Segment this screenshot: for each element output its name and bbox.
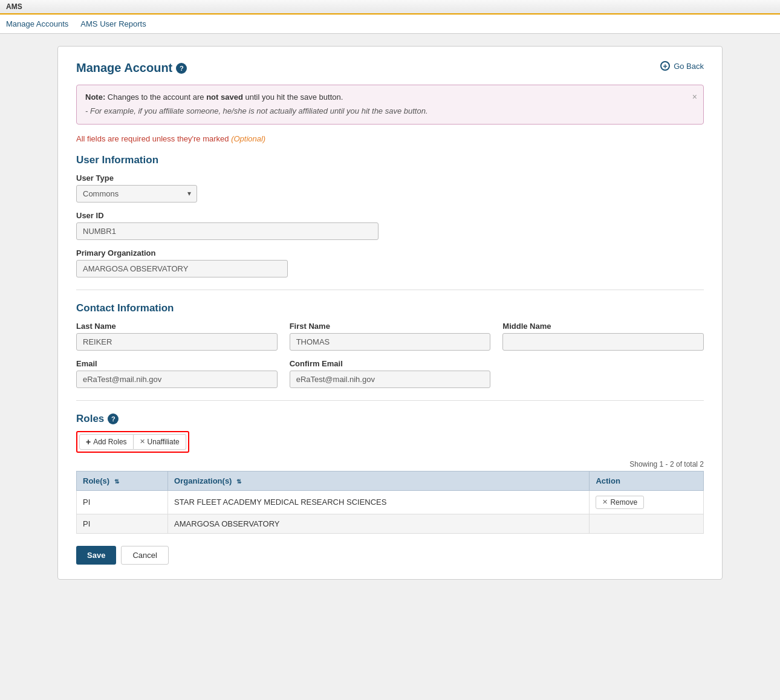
email-input[interactable] (76, 371, 278, 388)
divider-1 (76, 290, 704, 290)
last-name-input[interactable] (76, 333, 278, 351)
primary-org-input[interactable] (76, 260, 288, 277)
col-action: Action (590, 471, 704, 490)
org-sort-icon[interactable]: ⇅ (236, 478, 241, 485)
first-name-label: First Name (290, 322, 491, 331)
middle-name-input[interactable] (502, 333, 704, 351)
user-type-select[interactable]: Commons Agency (76, 185, 197, 203)
go-back-link[interactable]: + Go Back (660, 61, 704, 71)
roles-table-body: PI STAR FLEET ACADEMY MEDICAL RESEARCH S… (77, 490, 704, 533)
page-title: Manage Account ? (76, 61, 187, 75)
org-cell-1: STAR FLEET ACADEMY MEDICAL RESEARCH SCIE… (168, 490, 590, 514)
main-content: Manage Account ? + Go Back × Note: Chang… (0, 34, 780, 592)
email-col: Email (76, 359, 278, 388)
plus-icon: + (86, 437, 91, 447)
last-name-label: Last Name (76, 322, 278, 331)
confirm-email-col: Confirm Email (290, 359, 491, 388)
user-type-group: User Type Commons Agency (76, 173, 704, 203)
col-roles: Role(s) ⇅ (77, 471, 168, 490)
action-buttons: Save Cancel (76, 546, 704, 565)
contact-information-title: Contact Information (76, 302, 704, 314)
email-label: Email (76, 359, 278, 368)
primary-org-label: Primary Organization (76, 248, 704, 258)
confirm-email-input[interactable] (290, 371, 491, 388)
first-name-input[interactable] (290, 333, 491, 351)
last-name-col: Last Name (76, 322, 278, 351)
roles-sort-icon[interactable]: ⇅ (114, 478, 119, 485)
roles-table: Role(s) ⇅ Organization(s) ⇅ Action PI ST… (76, 471, 704, 534)
user-type-select-wrapper[interactable]: Commons Agency (76, 185, 197, 203)
first-name-col: First Name (290, 322, 491, 351)
remove-button-1[interactable]: ✕ Remove (596, 496, 644, 509)
card: Manage Account ? + Go Back × Note: Chang… (57, 46, 723, 580)
alert-line2: - For example, if you affiliate someone,… (85, 105, 685, 118)
remove-x-icon: ✕ (602, 498, 608, 506)
roles-button-group: + Add Roles ✕ Unaffiliate (76, 431, 189, 453)
save-button[interactable]: Save (76, 546, 116, 565)
col-organizations: Organization(s) ⇅ (168, 471, 590, 490)
roles-header: Roles ? (76, 413, 704, 425)
user-type-label: User Type (76, 173, 704, 183)
unaffiliate-button[interactable]: ✕ Unaffiliate (134, 434, 186, 450)
roles-table-head: Role(s) ⇅ Organization(s) ⇅ Action (77, 471, 704, 490)
nav-ams-user-reports[interactable]: AMS User Reports (80, 19, 146, 28)
email-row: Email Confirm Email (76, 359, 704, 388)
org-cell-2: AMARGOSA OBSERVATORY (168, 514, 590, 533)
top-bar: AMS (0, 0, 780, 15)
card-header: Manage Account ? + Go Back (76, 61, 704, 75)
middle-name-label: Middle Name (502, 322, 704, 331)
role-cell-1: PI (77, 490, 168, 514)
user-information-title: User Information (76, 154, 704, 166)
circle-plus-icon: + (660, 61, 670, 71)
table-row: PI AMARGOSA OBSERVATORY (77, 514, 704, 533)
app-name: AMS (6, 2, 22, 11)
action-cell-1: ✕ Remove (590, 490, 704, 514)
help-icon[interactable]: ? (176, 63, 187, 74)
middle-name-col: Middle Name (502, 322, 704, 351)
role-cell-2: PI (77, 514, 168, 533)
roles-help-icon[interactable]: ? (108, 413, 119, 424)
user-id-input[interactable] (76, 222, 379, 240)
primary-org-group: Primary Organization (76, 248, 704, 277)
showing-text: Showing 1 - 2 of total 2 (76, 460, 704, 468)
confirm-email-label: Confirm Email (290, 359, 491, 368)
table-row: PI STAR FLEET ACADEMY MEDICAL RESEARCH S… (77, 490, 704, 514)
nav-bar: Manage Accounts AMS User Reports (0, 15, 780, 34)
cancel-button[interactable]: Cancel (121, 546, 168, 565)
alert-box: × Note: Changes to the account are not s… (76, 85, 704, 125)
user-id-group: User ID (76, 211, 704, 240)
add-roles-button[interactable]: + Add Roles (79, 434, 134, 450)
alert-close-icon[interactable]: × (692, 90, 697, 103)
x-icon: ✕ (140, 438, 145, 446)
divider-2 (76, 400, 704, 401)
nav-manage-accounts[interactable]: Manage Accounts (6, 19, 68, 28)
user-id-label: User ID (76, 211, 704, 220)
name-row: Last Name First Name Middle Name (76, 322, 704, 351)
alert-line1: Note: Changes to the account are not sav… (85, 91, 685, 104)
required-note: All fields are required unless they're m… (76, 134, 704, 143)
spacer-col (502, 359, 704, 388)
roles-title: Roles (76, 413, 104, 425)
action-cell-2 (590, 514, 704, 533)
